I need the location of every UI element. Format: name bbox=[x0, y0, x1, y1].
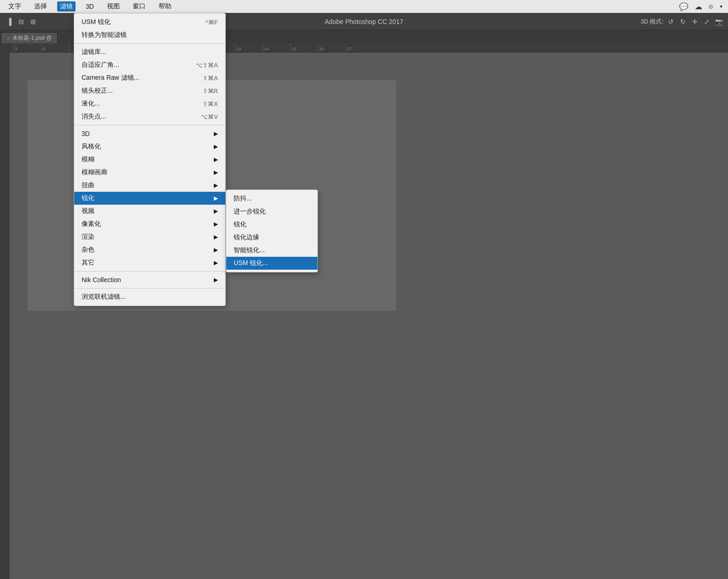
filter-menu-item-other-label: 其它 bbox=[82, 259, 94, 267]
filter-menu-item-blur-arrow: ▶ bbox=[214, 156, 218, 163]
filter-menu-item-blur-label: 模糊 bbox=[82, 155, 94, 164]
filter-menu-item-pixelate-arrow: ▶ bbox=[214, 221, 218, 227]
filter-menu-item-stylize-arrow: ▶ bbox=[214, 143, 218, 150]
ruler-tick-15: 15 bbox=[290, 43, 318, 52]
filter-menu-item-noise[interactable]: 杂色 ▶ bbox=[74, 243, 225, 256]
toolbar-3d-icon-1[interactable]: ↺ bbox=[666, 17, 675, 26]
filter-menu-item-browse[interactable]: 浏览联机滤镜... bbox=[74, 290, 225, 303]
sharpen-submenu-item-usm[interactable]: USM 锐化... bbox=[226, 257, 317, 270]
toolbar-3d-icon-4[interactable]: ⤢ bbox=[702, 17, 711, 26]
tab-label: 未标题-1.psd @ bbox=[12, 34, 52, 42]
toolbar-3d-icon-2[interactable]: ↻ bbox=[678, 17, 687, 26]
filter-menu-item-usm[interactable]: USM 锐化 ^⌘F bbox=[74, 16, 225, 29]
filter-menu-item-lenscorrect[interactable]: 镜头校正... ⇧⌘R bbox=[74, 84, 225, 97]
sharpen-submenu-item-sharpenedge[interactable]: 锐化边缘 bbox=[226, 231, 317, 244]
ruler-tick-14: 14 bbox=[263, 43, 290, 52]
filter-menu-item-liquify[interactable]: 液化... ⇧⌘X bbox=[74, 97, 225, 110]
filter-menu-item-video[interactable]: 视频 ▶ bbox=[74, 205, 225, 218]
toolbar-icon-3[interactable]: ⊞ bbox=[29, 17, 38, 26]
filter-menu-item-browse-label: 浏览联机滤镜... bbox=[82, 293, 126, 301]
filter-menu-item-distort-arrow: ▶ bbox=[214, 182, 218, 189]
filter-menu-item-adaptive-label: 自适应广角... bbox=[82, 61, 119, 69]
filter-menu-item-library[interactable]: 滤镜库... bbox=[74, 46, 225, 59]
tab-close-btn[interactable]: × bbox=[7, 35, 10, 41]
menubar-item-view[interactable]: 视图 bbox=[104, 1, 123, 12]
filter-menu-item-distort[interactable]: 扭曲 ▶ bbox=[74, 179, 225, 192]
filter-menu-item-liquify-label: 液化... bbox=[82, 100, 100, 108]
filter-menu-item-noise-label: 杂色 bbox=[82, 246, 94, 254]
document-tab[interactable]: × 未标题-1.psd @ bbox=[1, 32, 58, 43]
filter-menu-item-video-arrow: ▶ bbox=[214, 208, 218, 214]
filter-menu-item-other[interactable]: 其它 ▶ bbox=[74, 256, 225, 269]
toolbar-icon-1[interactable]: ▐ bbox=[5, 17, 14, 26]
filter-menu-item-library-label: 滤镜库... bbox=[82, 48, 106, 56]
toolbar-3d-section: 3D 模式: ↺ ↻ ✛ ⤢ 📷 bbox=[640, 17, 723, 26]
filter-menu-item-nik-label: Nik Collection bbox=[82, 276, 121, 284]
filter-menu-item-sharpen-arrow: ▶ bbox=[214, 195, 218, 201]
sharpen-submenu-item-further-label: 进一步锐化 bbox=[234, 207, 266, 216]
filter-menu-item-stylize[interactable]: 风格化 ▶ bbox=[74, 140, 225, 153]
filter-menu-item-video-label: 视频 bbox=[82, 207, 94, 215]
filter-menu-item-other-arrow: ▶ bbox=[214, 260, 218, 266]
separator-2 bbox=[74, 125, 225, 125]
menubar-item-select[interactable]: 选择 bbox=[31, 1, 50, 12]
filter-menu-item-pixelate[interactable]: 像素化 ▶ bbox=[74, 218, 225, 230]
mac-menubar: 文字 选择 滤镜 3D 视图 窗口 帮助 💬 ☁ ⌾ ▪ bbox=[0, 0, 728, 13]
menubar-right-icons: 💬 ☁ ⌾ ▪ bbox=[679, 2, 722, 11]
battery-icon: ▪ bbox=[720, 2, 722, 11]
filter-menu-item-lenscorrect-shortcut: ⇧⌘R bbox=[203, 88, 218, 95]
filter-menu-item-render-arrow: ▶ bbox=[214, 234, 218, 240]
sharpen-submenu-item-stabilize-label: 防抖... bbox=[234, 195, 252, 203]
filter-menu-item-usm-shortcut: ^⌘F bbox=[205, 19, 218, 26]
separator-1 bbox=[74, 43, 225, 44]
menubar-item-filter[interactable]: 滤镜 bbox=[57, 1, 76, 12]
filter-menu-item-pixelate-label: 像素化 bbox=[82, 220, 101, 228]
toolbar-3d-icon-3[interactable]: ✛ bbox=[690, 17, 699, 26]
toolbar-3d-label: 3D 模式: bbox=[640, 18, 663, 26]
filter-menu-item-render[interactable]: 渲染 ▶ bbox=[74, 230, 225, 243]
filter-menu-item-cameraraw[interactable]: Camera Raw 滤镜... ⇧⌘A bbox=[74, 71, 225, 84]
filter-menu-item-vanishing[interactable]: 消失点... ⌥⌘V bbox=[74, 110, 225, 123]
sharpen-submenu-item-sharpen[interactable]: 锐化 bbox=[226, 218, 317, 231]
filter-menu-item-smart[interactable]: 转换为智能滤镜 bbox=[74, 29, 225, 41]
menubar-item-3d[interactable]: 3D bbox=[83, 2, 97, 11]
filter-menu-item-noise-arrow: ▶ bbox=[214, 247, 218, 253]
separator-4 bbox=[74, 288, 225, 289]
filter-menu-item-adaptive-shortcut: ⌥⇧⌘A bbox=[196, 62, 218, 69]
sharpen-submenu-item-sharpen-label: 锐化 bbox=[234, 220, 247, 229]
filter-menu-item-lenscorrect-label: 镜头校正... bbox=[82, 87, 113, 95]
filter-menu-item-nik[interactable]: Nik Collection ▶ bbox=[74, 273, 225, 286]
filter-menu-item-3d-label: 3D bbox=[82, 130, 90, 137]
wechat-icon: 💬 bbox=[679, 2, 688, 11]
filter-menu-item-liquify-shortcut: ⇧⌘X bbox=[203, 100, 218, 107]
filter-menu-item-cameraraw-shortcut: ⇧⌘A bbox=[203, 75, 218, 82]
filter-menu-item-adaptive[interactable]: 自适应广角... ⌥⇧⌘A bbox=[74, 59, 225, 71]
ruler-tick-13: 13 bbox=[235, 43, 263, 52]
filter-menu-item-stylize-label: 风格化 bbox=[82, 142, 101, 151]
menubar-item-window[interactable]: 窗口 bbox=[130, 1, 148, 12]
filter-menu: USM 锐化 ^⌘F 转换为智能滤镜 滤镜库... 自适应广角... ⌥⇧⌘A … bbox=[74, 13, 226, 306]
sharpen-submenu-item-stabilize[interactable]: 防抖... bbox=[226, 192, 317, 205]
filter-menu-item-sharpen[interactable]: 锐化 ▶ 防抖... 进一步锐化 锐化 锐化边缘 智能锐化... bbox=[74, 192, 225, 205]
sharpen-submenu-item-smartsharpen[interactable]: 智能锐化... bbox=[226, 244, 317, 257]
filter-menu-item-distort-label: 扭曲 bbox=[82, 181, 94, 189]
filter-menu-item-render-label: 渲染 bbox=[82, 233, 94, 241]
sharpen-submenu-item-usm-label: USM 锐化... bbox=[234, 259, 268, 267]
separator-3 bbox=[74, 271, 225, 272]
toolbar-icon-2[interactable]: ⊟ bbox=[17, 17, 26, 26]
filter-menu-item-blur[interactable]: 模糊 ▶ bbox=[74, 153, 225, 166]
menubar-item-text[interactable]: 文字 bbox=[6, 1, 24, 12]
filter-menu-item-3d-arrow: ▶ bbox=[214, 130, 218, 137]
filter-menu-item-3d[interactable]: 3D ▶ bbox=[74, 127, 225, 140]
sharpen-submenu-item-further[interactable]: 进一步锐化 bbox=[226, 205, 317, 218]
ruler-vertical bbox=[0, 43, 9, 579]
toolbar-3d-icon-5[interactable]: 📷 bbox=[714, 17, 723, 26]
filter-menu-item-blurgallery[interactable]: 模糊画廊 ▶ bbox=[74, 166, 225, 179]
filter-menu-item-cameraraw-label: Camera Raw 滤镜... bbox=[82, 74, 139, 82]
menubar-item-help[interactable]: 帮助 bbox=[156, 1, 174, 12]
sharpen-submenu-item-sharpenedge-label: 锐化边缘 bbox=[234, 233, 259, 242]
cloud-icon: ☁ bbox=[695, 2, 702, 11]
filter-menu-item-blurgallery-arrow: ▶ bbox=[214, 169, 218, 176]
toolbar-icons-left: ▐ ⊟ ⊞ bbox=[5, 17, 38, 26]
filter-menu-item-nik-arrow: ▶ bbox=[214, 277, 218, 283]
